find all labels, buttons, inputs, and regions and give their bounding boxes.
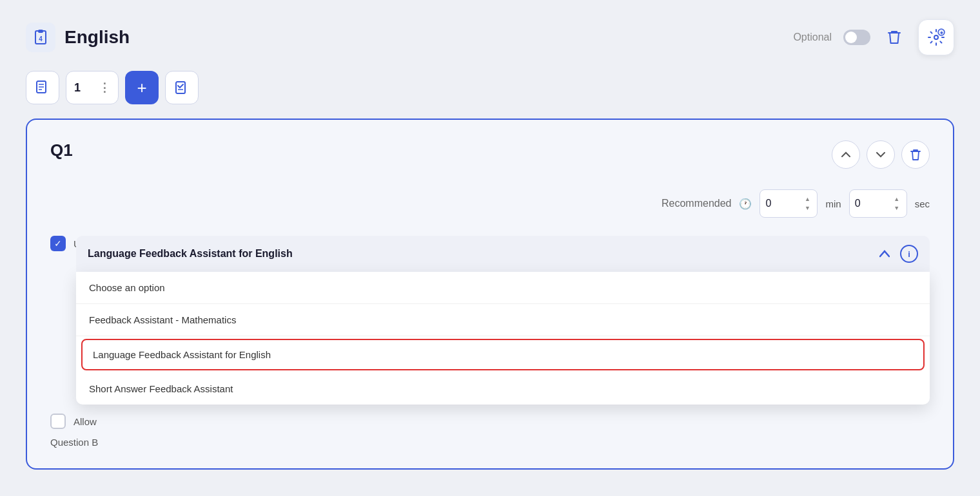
recommended-row: Recommended 🕐 0 ▲ ▼ min 0 ▲ ▼ sec [50, 189, 930, 218]
allow-text: Allow [74, 416, 97, 427]
recommended-label: Recommended [662, 198, 732, 209]
dropdown-list: Choose an option Feedback Assistant - Ma… [76, 272, 930, 405]
optional-label: Optional [793, 32, 832, 43]
min-stepper[interactable]: ▲ ▼ [803, 195, 812, 212]
info-icon[interactable]: i [900, 245, 918, 263]
optional-toggle[interactable] [843, 30, 870, 45]
page-title: English [64, 27, 130, 48]
question-bank-label: Question B [50, 437, 98, 448]
checklist-button[interactable] [165, 71, 199, 104]
chevron-up-icon[interactable] [876, 245, 894, 263]
sec-value: 0 [855, 198, 861, 209]
sec-label: sec [915, 198, 930, 209]
min-label: min [825, 198, 841, 209]
dropdown-option-3[interactable]: Short Answer Feedback Assistant [76, 373, 930, 405]
page-number-button[interactable]: 1 ⋮ [66, 71, 119, 104]
q1-row: Q1 [50, 140, 930, 169]
page-number: 1 [74, 81, 81, 95]
allow-row: Allow [50, 414, 930, 429]
settings-button[interactable]: ✦ [918, 19, 954, 55]
add-button[interactable]: + [125, 71, 159, 104]
navigate-up-button[interactable] [832, 140, 860, 169]
q1-controls [832, 140, 930, 169]
toolbar-row: 1 ⋮ + [26, 71, 954, 104]
dropdown-header-text: Language Feedback Assistant for English [88, 248, 293, 260]
use-checkbox[interactable]: ✓ [50, 236, 66, 251]
svg-text:✦: ✦ [939, 30, 944, 36]
dropdown-option-0[interactable]: Choose an option [76, 272, 930, 304]
sec-stepper[interactable]: ▲ ▼ [892, 195, 901, 212]
dropdown-header[interactable]: Language Feedback Assistant for English … [76, 236, 930, 272]
svg-rect-1 [38, 30, 43, 33]
main-card: Q1 Recommended 🕐 0 [26, 119, 954, 470]
min-down-arrow[interactable]: ▼ [803, 204, 812, 212]
dropdown-option-2[interactable]: Language Feedback Assistant for English [81, 339, 925, 370]
sec-time-input[interactable]: 0 ▲ ▼ [849, 189, 907, 218]
document-view-button[interactable] [26, 71, 59, 104]
question-bank-row: Question B [50, 437, 930, 448]
clock-icon: 🕐 [739, 198, 752, 210]
navigate-down-button[interactable] [867, 140, 895, 169]
use-row: ✓ Use Language Feedback Assistant for En… [50, 236, 930, 251]
header-trash-button[interactable] [882, 25, 906, 50]
question-trash-button[interactable] [901, 140, 930, 169]
more-dots-icon: ⋮ [99, 81, 110, 95]
min-time-input[interactable]: 0 ▲ ▼ [760, 189, 818, 218]
sec-down-arrow[interactable]: ▼ [892, 204, 901, 212]
clipboard-icon: 4 [26, 23, 55, 52]
svg-text:4: 4 [39, 35, 43, 43]
sec-up-arrow[interactable]: ▲ [892, 195, 901, 203]
svg-point-3 [934, 35, 938, 39]
add-icon: + [137, 78, 146, 98]
header-right: Optional ✦ [793, 19, 954, 55]
dropdown-option-1[interactable]: Feedback Assistant - Mathematics [76, 304, 930, 336]
dropdown-header-icons: i [876, 245, 918, 263]
header-row: 4 English Optional ✦ [26, 19, 954, 55]
min-value: 0 [765, 198, 771, 209]
min-up-arrow[interactable]: ▲ [803, 195, 812, 203]
header-left: 4 English [26, 23, 130, 52]
dropdown-container: Language Feedback Assistant for English … [76, 236, 930, 405]
question-label: Q1 [50, 140, 73, 160]
allow-checkbox[interactable] [50, 414, 66, 429]
